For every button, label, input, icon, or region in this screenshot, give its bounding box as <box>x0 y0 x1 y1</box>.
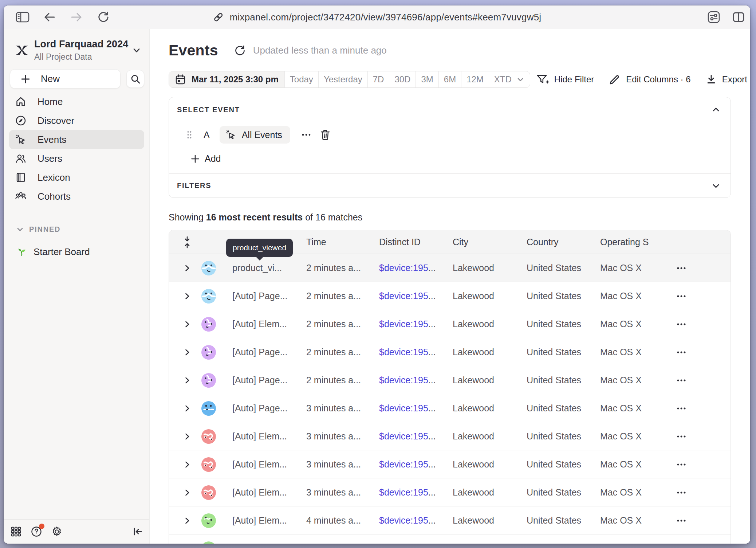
event-selector-button[interactable]: All Events <box>220 126 290 144</box>
address-bar[interactable]: mixpanel.com/project/3472420/view/397469… <box>213 5 542 29</box>
row-more-options-icon[interactable] <box>673 254 690 282</box>
apps-grid-icon[interactable] <box>9 525 23 538</box>
row-more-options-icon[interactable] <box>673 422 690 450</box>
expand-row-icon[interactable] <box>182 310 192 338</box>
table-row[interactable]: [Auto] Elem...3 minutes a...$device:195.… <box>169 422 731 450</box>
page-title: Events <box>169 42 218 59</box>
edit-columns-button[interactable]: Edit Columns · 6 <box>609 73 690 86</box>
event-name-cell: [Auto] Elem... <box>232 506 287 535</box>
date-picker-button[interactable]: Mar 11, 2025 3:30 pm <box>169 71 285 87</box>
column-header-city[interactable]: City <box>453 230 468 254</box>
table-row[interactable]: [Auto] Elem...3 minutes a...$device:195.… <box>169 450 731 478</box>
row-more-options-icon[interactable] <box>673 310 690 338</box>
distinct-id-cell[interactable]: $device:195... <box>379 450 436 478</box>
home-icon <box>15 96 27 107</box>
sidebar-item-events[interactable]: Events <box>9 130 144 149</box>
sidebar-item-discover[interactable]: Discover <box>9 111 144 130</box>
date-range-yesterday[interactable]: Yesterday <box>319 71 368 87</box>
table-row[interactable]: [Auto] Page...2 minutes a...$device:195.… <box>169 366 731 394</box>
distinct-id-cell[interactable]: $device:195... <box>379 254 436 282</box>
distinct-id-cell[interactable]: $device:195... <box>379 506 436 535</box>
distinct-id-cell[interactable]: $device:195... <box>379 394 436 422</box>
city-cell: Lakewood <box>453 254 494 282</box>
date-range-6m[interactable]: 6M <box>439 71 461 87</box>
help-icon[interactable] <box>30 525 43 538</box>
row-more-options-icon[interactable] <box>673 478 690 506</box>
distinct-id-cell[interactable]: $device:195... <box>379 310 436 338</box>
row-more-options-icon[interactable] <box>673 394 690 422</box>
expand-row-icon[interactable] <box>182 450 192 478</box>
expand-row-icon[interactable] <box>182 535 192 544</box>
row-more-options-icon[interactable] <box>673 450 690 478</box>
table-row[interactable]: [Auto] Elem...4 minutes a...$device:195.… <box>169 506 731 535</box>
date-range-3m[interactable]: 3M <box>416 71 438 87</box>
expand-row-icon[interactable] <box>182 366 192 394</box>
distinct-id-cell[interactable]: $device:195... <box>379 422 436 450</box>
table-row[interactable]: [Auto] Elem...3 minutes a...$device:195.… <box>169 478 731 506</box>
sidebar-item-label: Home <box>38 96 63 107</box>
column-header-time[interactable]: Time <box>306 230 326 254</box>
expand-row-icon[interactable] <box>182 478 192 506</box>
expand-row-icon[interactable] <box>182 338 192 366</box>
table-row[interactable]: [Auto] Page...3 minutes a...$device:195.… <box>169 394 731 422</box>
column-header-operating-s[interactable]: Operating S <box>600 230 649 254</box>
browser-sidebar-toggle-icon[interactable] <box>15 10 30 24</box>
expand-row-icon[interactable] <box>182 394 192 422</box>
row-more-options-icon[interactable] <box>673 535 690 544</box>
expand-row-icon[interactable] <box>182 282 192 310</box>
table-row[interactable]: [Auto] Page...2 minutes a...$device:195.… <box>169 338 731 366</box>
sidebar-item-home[interactable]: Home <box>9 92 144 111</box>
browser-forward-icon[interactable] <box>69 10 84 24</box>
chevron-up-icon[interactable] <box>711 105 721 115</box>
browser-page-settings-icon[interactable] <box>706 10 721 24</box>
distinct-id-cell[interactable]: $device:195... <box>379 366 436 394</box>
collapse-sidebar-icon[interactable] <box>131 525 144 538</box>
date-range-30d[interactable]: 30D <box>389 71 416 87</box>
new-button[interactable]: New <box>10 69 121 89</box>
table-row[interactable]: [Auto] Elem...2 minutes a...$device:195.… <box>169 310 731 338</box>
event-more-options-icon[interactable] <box>299 130 314 140</box>
distinct-id-cell[interactable]: $device:195... <box>379 478 436 506</box>
table-row[interactable]: [Auto] Elem...4 minutes a...$device:195.… <box>169 535 731 544</box>
expand-row-icon[interactable] <box>182 506 192 535</box>
export-button[interactable]: Export <box>705 74 747 85</box>
browser-window: mixpanel.com/project/3472420/view/397469… <box>4 5 750 544</box>
project-switcher[interactable]: Lord Farquaad 2024 All Project Data <box>4 29 149 62</box>
table-row[interactable]: [Auto] Page...2 minutes a...$device:195.… <box>169 282 731 310</box>
sidebar-item-cohorts[interactable]: Cohorts <box>9 187 144 206</box>
collapse-all-rows-icon[interactable] <box>182 230 192 254</box>
sidebar-item-users[interactable]: Users <box>9 149 144 168</box>
sidebar-item-lexicon[interactable]: Lexicon <box>9 168 144 187</box>
expand-row-icon[interactable] <box>182 422 192 450</box>
date-range-xtd-dropdown[interactable]: XTD <box>489 71 530 87</box>
date-range-12m[interactable]: 12M <box>461 71 489 87</box>
column-header-distinct-id[interactable]: Distinct ID <box>379 230 421 254</box>
column-header-country[interactable]: Country <box>527 230 559 254</box>
drag-handle[interactable] <box>187 130 192 139</box>
row-more-options-icon[interactable] <box>673 282 690 310</box>
add-event-button[interactable]: Add <box>190 153 731 164</box>
row-more-options-icon[interactable] <box>673 338 690 366</box>
hide-filter-button[interactable]: Hide Filter <box>536 73 594 86</box>
delete-event-icon[interactable] <box>318 129 332 141</box>
pinned-section-header[interactable]: PINNED <box>16 225 144 234</box>
row-more-options-icon[interactable] <box>673 506 690 535</box>
browser-split-view-icon[interactable] <box>731 10 746 24</box>
settings-gear-icon[interactable] <box>50 525 63 538</box>
browser-back-icon[interactable] <box>42 10 57 24</box>
table-row[interactable]: product_vi...2 minutes a...$device:195..… <box>169 254 731 282</box>
distinct-id-cell[interactable]: $device:195... <box>379 535 436 544</box>
row-more-options-icon[interactable] <box>673 366 690 394</box>
chevron-down-icon[interactable] <box>711 181 721 191</box>
browser-reload-icon[interactable] <box>96 10 111 24</box>
search-button[interactable] <box>126 70 144 88</box>
distinct-id-cell[interactable]: $device:195... <box>379 338 436 366</box>
refresh-icon[interactable] <box>234 45 246 56</box>
event-name-cell: [Auto] Page... <box>232 366 288 394</box>
sidebar-item-starter-board[interactable]: Starter Board <box>17 246 144 258</box>
date-range-today[interactable]: Today <box>285 71 319 87</box>
city-cell: Lakewood <box>453 338 494 366</box>
distinct-id-cell[interactable]: $device:195... <box>379 282 436 310</box>
date-range-7d[interactable]: 7D <box>368 71 390 87</box>
expand-row-icon[interactable] <box>182 254 192 282</box>
